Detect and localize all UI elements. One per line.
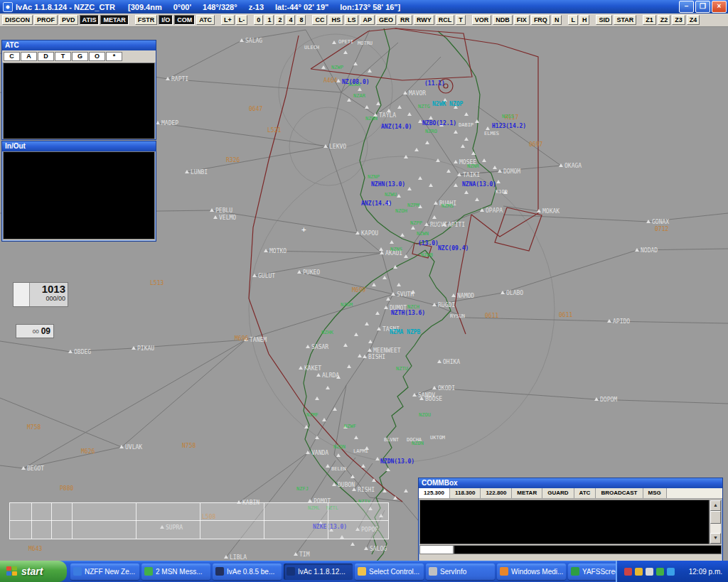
- aircraft-tag[interactable]: ANZ(14.4): [361, 200, 392, 207]
- atc-tab-g[interactable]: G: [72, 52, 88, 61]
- toolbar-button-rcl[interactable]: RCL: [436, 15, 455, 25]
- atc-tab-c[interactable]: C: [4, 52, 20, 61]
- task-button-nzff-new-ze[interactable]: NZFF New Ze...: [70, 564, 139, 580]
- aircraft-tag[interactable]: NZ(08.0): [342, 79, 370, 85]
- task-button-select-control[interactable]: Select Control...: [355, 564, 424, 580]
- task-button-yafsscreen[interactable]: YAFSScreen: [568, 564, 616, 580]
- scroll-up-icon[interactable]: ▲: [710, 500, 721, 511]
- atc-tab-d[interactable]: D: [38, 52, 54, 61]
- commbox-tab-122-800[interactable]: 122.800: [481, 488, 512, 498]
- commbox-tab-guard[interactable]: GUARD: [542, 488, 574, 498]
- atc-tab-t[interactable]: T: [55, 52, 71, 61]
- toolbar-button-atc[interactable]: ATC: [196, 15, 215, 25]
- network-icon[interactable]: [635, 568, 643, 576]
- task-button-ivac-1-1-8-12[interactable]: IvAc 1.1.8.12...: [284, 564, 353, 580]
- toolbar-button-atis[interactable]: ATIS: [80, 15, 100, 25]
- commbox-tab-atc[interactable]: ATC: [574, 488, 596, 498]
- toolbar-button-frq[interactable]: FRQ: [531, 15, 550, 25]
- atc-window-title[interactable]: ATC: [2, 41, 156, 50]
- commbox-window[interactable]: COMMBox 125.300118.300122.800METARGUARDA…: [418, 478, 723, 562]
- task-button-2-msn-mess[interactable]: 2 MSN Mess...: [141, 564, 210, 580]
- close-button[interactable]: ×: [712, 1, 727, 13]
- aircraft-tag[interactable]: NZC(09.4): [438, 245, 469, 252]
- toolbar-button-l[interactable]: L: [568, 15, 578, 25]
- aircraft-tag[interactable]: (11.1): [424, 80, 445, 87]
- aircraft-tag[interactable]: NZBO(12.1): [422, 120, 456, 126]
- aircraft-tag[interactable]: H123(14.2): [492, 123, 526, 129]
- toolbar-button-cc[interactable]: CC: [312, 15, 327, 25]
- toolbar-button-0[interactable]: 0: [254, 15, 263, 25]
- toolbar-button-rwy[interactable]: RWY: [414, 15, 434, 25]
- commbox-tab-msg[interactable]: MSG: [643, 488, 667, 498]
- toolbar-button-star[interactable]: STAR: [614, 15, 636, 25]
- toolbar-button-i-o[interactable]: I/O: [159, 15, 173, 25]
- inout-window-title[interactable]: In/Out: [2, 141, 156, 151]
- toolbar-button-discon[interactable]: DISCON: [2, 15, 33, 25]
- aircraft-tag[interactable]: NZNA(13.0): [462, 181, 496, 188]
- commbox-input[interactable]: [454, 545, 722, 554]
- scrollbar-thumb[interactable]: [710, 511, 721, 524]
- qnh-display[interactable]: 1013 000/00: [13, 282, 68, 307]
- atc-tab-[interactable]: *: [106, 52, 122, 61]
- toolbar-button-4[interactable]: 4: [286, 15, 295, 25]
- toolbar-button-hs[interactable]: HS: [328, 15, 343, 25]
- aircraft-tag[interactable]: ANZ(14.0): [381, 124, 412, 130]
- aircraft-tag[interactable]: NZHN(13.0): [371, 181, 405, 188]
- antivirus-icon[interactable]: [656, 568, 664, 576]
- toolbar-button-prof[interactable]: PROF: [34, 15, 58, 25]
- toolbar-button-t[interactable]: T: [456, 15, 466, 25]
- toolbar-button-z4[interactable]: Z4: [687, 15, 700, 25]
- flight-strip-bay[interactable]: [9, 502, 389, 539]
- inout-list[interactable]: [3, 151, 155, 239]
- toolbar-button-z2[interactable]: Z2: [658, 15, 671, 25]
- task-button-ivae-0-8-5-be[interactable]: IvAe 0.8.5 be...: [213, 564, 282, 580]
- commbox-tab-metar[interactable]: METAR: [512, 488, 542, 498]
- toolbar-button-ap[interactable]: AP: [360, 15, 375, 25]
- maximize-button[interactable]: ❐: [695, 1, 710, 13]
- atc-tab-o[interactable]: O: [89, 52, 105, 61]
- volume-icon[interactable]: [646, 568, 653, 576]
- window-titlebar[interactable]: IvAc 1.1.8.124 - NZZC_CTR [309.4nm0°00'1…: [0, 0, 728, 14]
- commbox-tab-125-300[interactable]: 125.300: [419, 488, 450, 498]
- toolbar-button-z1[interactable]: Z1: [643, 15, 656, 25]
- commbox-title[interactable]: COMMBox: [419, 478, 722, 488]
- aircraft-tag[interactable]: (13.0): [418, 240, 439, 247]
- aircraft-tag[interactable]: N2WK NZOP: [432, 101, 464, 107]
- transition-level-display[interactable]: 00 09: [16, 324, 54, 338]
- aircraft-tag[interactable]: NZMA NZPB: [390, 329, 421, 335]
- toolbar-button-8[interactable]: 8: [296, 15, 306, 25]
- toolbar-button-pvd[interactable]: PVD: [59, 15, 78, 25]
- toolbar-button-com[interactable]: COM: [174, 15, 195, 25]
- toolbar-button-fstr[interactable]: FSTR: [135, 15, 158, 25]
- toolbar-button-z3[interactable]: Z3: [672, 15, 685, 25]
- messenger-icon[interactable]: [667, 568, 675, 576]
- toolbar-button-fix[interactable]: FIX: [514, 15, 530, 25]
- toolbar-button-2[interactable]: 2: [275, 15, 284, 25]
- toolbar-button-n[interactable]: N: [552, 15, 562, 25]
- toolbar-button-ls[interactable]: LS: [345, 15, 359, 25]
- atc-window[interactable]: ATC CADTGO*: [1, 40, 156, 140]
- toolbar-button-vor[interactable]: VOR: [472, 15, 492, 25]
- commbox-scrollbar[interactable]: ▲ ▼: [710, 500, 722, 544]
- toolbar-button-geo[interactable]: GEO: [376, 15, 396, 25]
- toolbar-button-rr[interactable]: RR: [397, 15, 412, 25]
- atc-list[interactable]: [3, 63, 155, 139]
- atc-tab-a[interactable]: A: [21, 52, 37, 61]
- toolbar-button-ndb[interactable]: NDB: [493, 15, 513, 25]
- toolbar-button-metar[interactable]: METAR: [100, 15, 128, 25]
- toolbar-button-l[interactable]: L+: [221, 15, 235, 25]
- update-icon[interactable]: [624, 568, 632, 576]
- commbox-messages[interactable]: [419, 500, 710, 544]
- commbox-tab-118-300[interactable]: 118.300: [450, 488, 481, 498]
- toolbar-button-1[interactable]: 1: [264, 15, 274, 25]
- task-button-servinfo[interactable]: ServInfo: [426, 564, 495, 580]
- aircraft-tag[interactable]: NZDN(13.0): [380, 458, 414, 465]
- scroll-down-icon[interactable]: ▼: [710, 533, 721, 544]
- toolbar-button-h[interactable]: H: [579, 15, 590, 25]
- minimize-button[interactable]: –: [679, 1, 694, 13]
- inout-window[interactable]: In/Out: [1, 141, 156, 242]
- commbox-tab-broadcast[interactable]: BROADCAST: [596, 488, 643, 498]
- task-button-windows-medi[interactable]: Windows Medi...: [497, 564, 566, 580]
- toolbar-button-l[interactable]: L-: [236, 15, 248, 25]
- aircraft-tag[interactable]: NZTH(13.6): [391, 310, 425, 316]
